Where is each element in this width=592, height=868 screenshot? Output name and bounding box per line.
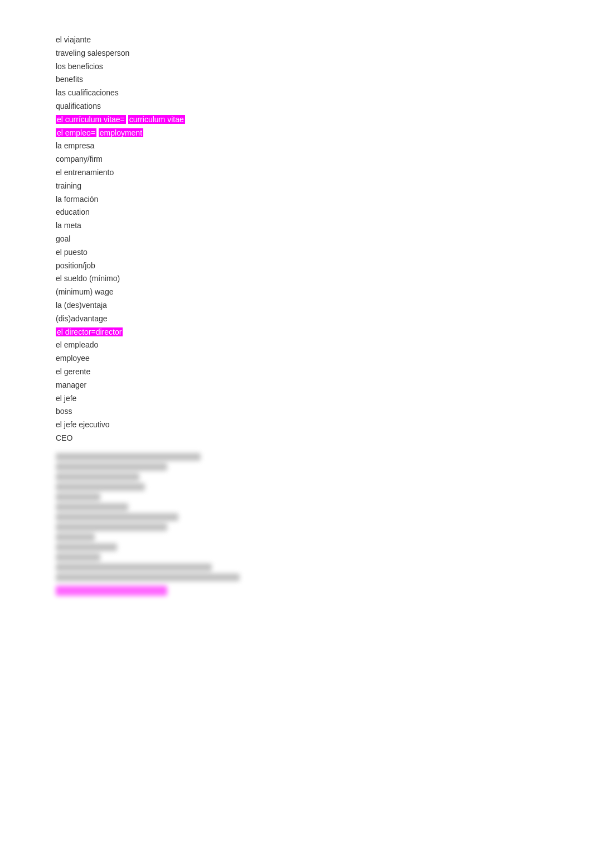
vocab-item-empleado: el empleado <box>56 339 536 352</box>
blurred-line-13 <box>56 573 240 581</box>
spanish-empleado: el empleado <box>56 340 98 349</box>
english-empleo: employment <box>99 128 143 137</box>
spanish-meta: la meta <box>56 221 81 230</box>
vocab-item-beneficios: los beneficios <box>56 60 536 74</box>
vocab-item-employee: employee <box>56 352 536 365</box>
blurred-line-7 <box>56 513 178 521</box>
blurred-line-12 <box>56 563 212 571</box>
spanish-jefe: el jefe <box>56 394 76 403</box>
spanish-beneficios: los beneficios <box>56 62 103 71</box>
vocab-item-sueldo: el sueldo (mínimo) <box>56 272 536 286</box>
vocab-item-curriculum: el currículum vitae= curriculum vitae <box>56 113 536 127</box>
vocab-item-empleo: el empleo= employment <box>56 127 536 140</box>
blurred-line-8 <box>56 523 167 531</box>
vocab-item-cualificaciones: las cualificaciones <box>56 86 536 100</box>
english-viajante: traveling salesperson <box>56 49 129 57</box>
blurred-line-4 <box>56 483 145 491</box>
english-desventaja: (dis)advantage <box>56 314 108 323</box>
vocab-item-formacion: la formación <box>56 193 536 206</box>
blurred-content <box>56 451 536 596</box>
english-jefe-ejecutivo: CEO <box>56 433 72 442</box>
blurred-highlight <box>56 586 167 596</box>
english-formacion: education <box>56 208 90 216</box>
blurred-line-3 <box>56 473 139 481</box>
spanish-entrenamiento: el entrenamiento <box>56 168 114 177</box>
blurred-line-2 <box>56 463 167 471</box>
vocab-item-puesto: el puesto <box>56 246 536 259</box>
spanish-cualificaciones: las cualificaciones <box>56 88 119 97</box>
vocab-item-jefe: el jefe <box>56 392 536 406</box>
spanish-viajante: el viajante <box>56 35 91 44</box>
vocab-item-director: el director=director <box>56 326 536 339</box>
vocab-item-benefits: benefits <box>56 73 536 86</box>
vocab-item-position: position/job <box>56 259 536 273</box>
vocab-item-boss: boss <box>56 405 536 418</box>
vocab-item-gerente: el gerente <box>56 365 536 379</box>
vocab-item-training: training <box>56 180 536 193</box>
vocab-item-company: company/firm <box>56 153 536 166</box>
vocab-item-qualifications: qualifications <box>56 100 536 113</box>
spanish-empresa: la empresa <box>56 141 94 150</box>
english-empleado: employee <box>56 354 90 363</box>
spanish-empleo: el empleo= <box>56 128 96 137</box>
spanish-sueldo: el sueldo (mínimo) <box>56 274 120 283</box>
english-sueldo: (minimum) wage <box>56 287 113 296</box>
blurred-line-6 <box>56 503 128 511</box>
english-meta: goal <box>56 234 70 243</box>
spanish-formacion: la formación <box>56 195 98 204</box>
english-empresa: company/firm <box>56 155 103 163</box>
spanish-gerente: el gerente <box>56 367 90 376</box>
blurred-line-9 <box>56 533 95 541</box>
english-curriculum: curriculum vitae <box>128 115 185 124</box>
english-beneficios: benefits <box>56 75 83 84</box>
vocab-item-wage: (minimum) wage <box>56 286 536 299</box>
spanish-curriculum: el currículum vitae= <box>56 115 126 124</box>
vocab-item-goal: goal <box>56 233 536 246</box>
english-jefe: boss <box>56 407 72 416</box>
english-cualificaciones: qualifications <box>56 102 101 110</box>
blurred-line-11 <box>56 553 100 561</box>
spanish-desventaja: la (des)ventaja <box>56 301 107 310</box>
spanish-director: el director=director <box>56 327 123 336</box>
vocab-item-jefe-ejecutivo: el jefe ejecutivo <box>56 418 536 432</box>
vocab-item-education: education <box>56 206 536 219</box>
english-puesto: position/job <box>56 261 95 270</box>
vocab-item-disadvantage: (dis)advantage <box>56 312 536 326</box>
vocab-item-ceo: CEO <box>56 432 536 445</box>
english-entrenamiento: training <box>56 181 81 190</box>
vocab-item-viajante: el viajante <box>56 33 536 47</box>
vocab-item-empresa: la empresa <box>56 139 536 153</box>
vocab-item-entrenamiento: el entrenamiento <box>56 166 536 180</box>
vocab-item-manager: manager <box>56 379 536 392</box>
vocabulary-list: el viajante traveling salesperson los be… <box>56 33 536 596</box>
spanish-puesto: el puesto <box>56 248 88 257</box>
vocab-item-meta: la meta <box>56 219 536 233</box>
blurred-line-5 <box>56 493 100 501</box>
blurred-line-1 <box>56 453 201 461</box>
vocab-item-desventaja: la (des)ventaja <box>56 299 536 312</box>
blurred-line-10 <box>56 543 117 551</box>
spanish-jefe-ejecutivo: el jefe ejecutivo <box>56 420 110 429</box>
vocab-item-traveling-salesperson: traveling salesperson <box>56 47 536 60</box>
english-gerente: manager <box>56 380 86 389</box>
